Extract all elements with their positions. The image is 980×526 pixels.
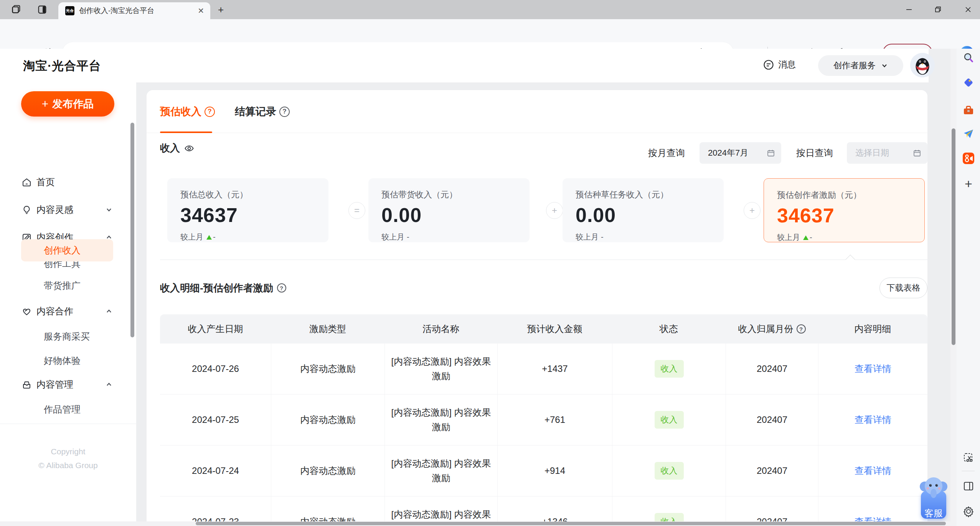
sidebar-item-works-management[interactable]: 作品管理 (0, 399, 136, 420)
sidebar-panel-icon[interactable] (962, 479, 975, 493)
screenshot-icon[interactable] (962, 451, 975, 465)
sidebar-item-service-purchase[interactable]: 服务商采买 (0, 326, 136, 347)
sidebar-scrollbar[interactable] (130, 123, 134, 337)
page-viewport: 淘宝·光合平台 消息 创作者服务 (0, 49, 950, 526)
table-row: 2024-07-25 内容动态激励 [内容动态激励] 内容效果激励 +761 收… (160, 394, 927, 445)
publish-work-button[interactable]: + 发布作品 (21, 91, 114, 117)
kuaishou-icon[interactable] (962, 151, 975, 165)
elephant-mascot-icon (919, 473, 948, 499)
sidebar-search-icon[interactable] (962, 51, 975, 65)
col-status: 状态 (612, 314, 726, 344)
sidebar-item-home[interactable]: 首页 (0, 171, 136, 193)
settings-gear-icon[interactable] (962, 505, 975, 518)
table-row: 2024-07-26 内容动态激励 [内容动态激励] 内容效果激励 +1437 … (160, 344, 927, 394)
copyright-text: Copyright © Alibaba Group (0, 445, 136, 472)
sidebar-item-inspiration[interactable]: 内容灵感 (0, 199, 136, 220)
browser-titlebar: 光合 创作收入-淘宝光合平台 ✕ + (0, 0, 980, 19)
sidebar-item-creation-income[interactable]: 创作收入 (21, 239, 113, 261)
status-badge: 收入 (655, 462, 684, 480)
help-icon[interactable]: ? (277, 283, 286, 293)
col-incentive-type: 激励类型 (271, 314, 384, 344)
chevron-down-icon (106, 206, 112, 213)
sidebar-item-content-management[interactable]: 内容管理 (0, 374, 136, 395)
messages-button[interactable]: 消息 (763, 59, 796, 71)
download-table-button[interactable]: 下载表格 (879, 278, 927, 298)
day-query-label: 按日查询 (796, 142, 833, 164)
active-tab-underline (160, 132, 212, 133)
handshake-heart-icon (21, 306, 32, 317)
sidebar: + 发布作品 首页 内容灵感 内容创作 创作工具 创作收入 (0, 82, 136, 526)
app-logo[interactable]: 淘宝·光合平台 (23, 58, 101, 74)
window-restore-button[interactable] (931, 5, 944, 15)
customer-service-label: 客服 (919, 507, 948, 519)
trend-up-icon (206, 235, 212, 240)
horizontal-scrollbar-thumb[interactable] (196, 522, 946, 525)
tab-settlement-records[interactable]: 结算记录 ? (235, 105, 290, 118)
view-details-link[interactable]: 查看详情 (855, 414, 891, 426)
eye-icon[interactable] (184, 143, 195, 154)
card-seeding-task-income: 预估种草任务收入（元） 0.00 较上月- (563, 178, 724, 242)
vertical-scrollbar-thumb[interactable] (952, 128, 955, 345)
archive-icon (21, 380, 32, 390)
customer-service-widget[interactable]: 客服 (919, 473, 948, 523)
add-to-sidebar-icon[interactable]: + (962, 177, 975, 191)
sidebar-item-goods-promotion[interactable]: 带货推广 (0, 275, 136, 296)
tabbar-divider (147, 133, 927, 133)
selected-card-notch (845, 255, 855, 264)
section-divider (160, 260, 927, 260)
creator-service-label: 创作者服务 (833, 60, 876, 71)
tab-favicon: 光合 (65, 6, 74, 15)
col-activity-name: 活动名称 (384, 314, 497, 344)
tab-estimated-income[interactable]: 预估收入 ? (160, 105, 215, 118)
month-picker-input[interactable]: 2024年7月 (700, 142, 781, 164)
equals-operator: = (348, 202, 365, 219)
publish-work-label: 发布作品 (52, 97, 94, 111)
plus-icon: + (42, 97, 49, 110)
workspaces-icon[interactable] (11, 4, 21, 15)
date-picker-input[interactable]: 选择日期 (847, 142, 927, 164)
help-icon[interactable]: ? (797, 324, 806, 334)
detail-section-title: 收入明细-预估创作者激励 (160, 281, 273, 295)
tab-actions-icon[interactable] (37, 4, 48, 15)
main-content-card: 预估收入 ? 结算记录 ? 收入 按月查询 2024年7月 按日查询 选择日期 (147, 90, 927, 526)
col-income-month: 收入归属月份? (726, 314, 818, 344)
rail-divider (962, 471, 975, 471)
page-horizontal-scrollbar[interactable] (0, 521, 950, 526)
shopping-tag-icon[interactable] (962, 76, 975, 90)
paper-plane-icon[interactable] (962, 127, 975, 141)
help-icon[interactable]: ? (279, 107, 290, 117)
month-query-label: 按月查询 (648, 142, 685, 164)
browser-tab[interactable]: 光合 创作收入-淘宝光合平台 ✕ (58, 2, 210, 19)
status-badge: 收入 (655, 360, 684, 378)
income-heading: 收入 (160, 141, 195, 155)
col-content-detail: 内容明细 (818, 314, 927, 344)
view-details-link[interactable]: 查看详情 (855, 363, 891, 375)
calendar-icon (767, 149, 775, 157)
plus-operator: + (546, 202, 563, 219)
tab-close-icon[interactable]: ✕ (198, 6, 204, 15)
penguin-avatar-image (910, 53, 935, 77)
status-badge: 收入 (655, 411, 684, 429)
table-row: 2024-07-24 内容动态激励 [内容动态激励] 内容效果激励 +914 收… (160, 445, 927, 496)
page-vertical-scrollbar[interactable] (950, 49, 957, 526)
sidebar-item-cooperation[interactable]: 内容合作 (0, 301, 136, 322)
sidebar-divider (0, 424, 136, 424)
view-details-link[interactable]: 查看详情 (855, 465, 891, 477)
app-header: 淘宝·光合平台 消息 创作者服务 (0, 49, 929, 82)
col-estimated-amount: 预计收入金额 (497, 314, 612, 344)
table-header-row: 收入产生日期 激励类型 活动名称 预计收入金额 状态 收入归属月份? 内容明细 (160, 314, 927, 344)
window-close-button[interactable] (962, 5, 975, 15)
tab-title: 创作收入-淘宝光合平台 (79, 6, 198, 16)
help-icon[interactable]: ? (205, 107, 215, 117)
window-minimize-button[interactable] (902, 5, 916, 15)
sidebar-item-product-experience[interactable]: 好物体验 (0, 350, 136, 371)
new-tab-button[interactable]: + (218, 4, 224, 16)
user-avatar[interactable] (910, 53, 935, 77)
card-creator-incentive[interactable]: 预估创作者激励（元） 34637 较上月- (764, 178, 925, 242)
chevron-up-icon (106, 308, 112, 315)
creator-service-dropdown[interactable]: 创作者服务 (818, 55, 903, 76)
calendar-icon (913, 149, 921, 157)
chevron-up-icon (106, 381, 112, 388)
toolbox-icon[interactable] (962, 104, 975, 117)
lightbulb-icon (21, 205, 32, 215)
